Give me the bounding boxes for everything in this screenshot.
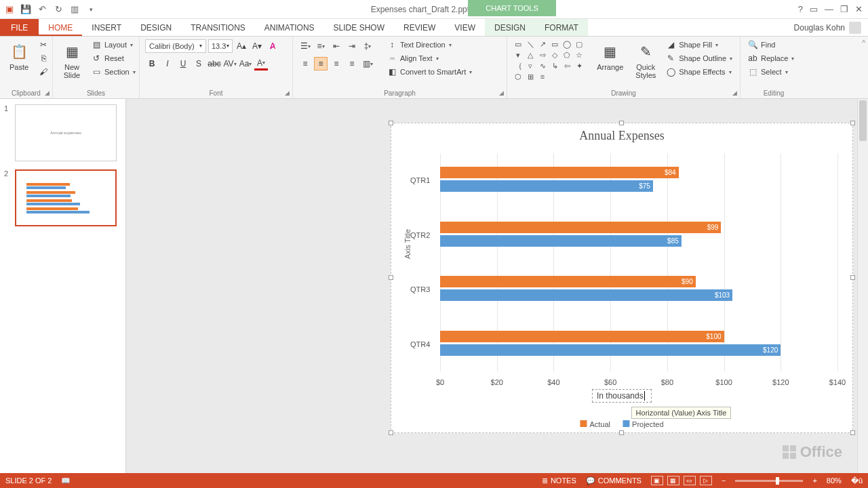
horizontal-axis-title-editing[interactable]: In thousands (592, 389, 652, 403)
shape-hex-icon[interactable]: ⬡ (513, 72, 524, 81)
paragraph-dialog-launcher[interactable]: ◢ (497, 89, 505, 97)
cut-button[interactable]: ✂ (37, 39, 50, 50)
font-name-combo[interactable]: Calibri (Body)▾ (145, 39, 206, 53)
shape-rect-icon[interactable]: ▭ (549, 39, 560, 49)
tab-transitions[interactable]: TRANSITIONS (181, 19, 255, 36)
bullets-button[interactable]: ☰ (298, 39, 312, 53)
underline-button[interactable]: U (176, 57, 190, 70)
shape-expand-icon[interactable]: ≡ (537, 72, 548, 81)
legend-actual[interactable]: Actual (580, 420, 610, 428)
minimize-icon[interactable]: — (825, 4, 833, 14)
align-right-button[interactable]: ≡ (330, 57, 343, 70)
section-button[interactable]: ▭Section (90, 66, 138, 77)
shape-star-icon[interactable]: ✦ (574, 61, 585, 70)
line-spacing-button[interactable]: ‡ (361, 39, 374, 53)
normal-view-icon[interactable]: ▣ (651, 476, 663, 485)
shrink-font-button[interactable]: A▾ (250, 39, 264, 53)
strikethrough-button[interactable]: abc (208, 57, 221, 70)
font-dialog-launcher[interactable]: ◢ (283, 89, 291, 97)
shape-pentagon-icon[interactable]: ⬠ (561, 50, 572, 60)
bar-actual-qtr4[interactable]: $100 (440, 331, 724, 342)
shape-connector-icon[interactable]: ↳ (549, 61, 560, 70)
zoom-level[interactable]: 80% (827, 476, 842, 485)
chart-object[interactable]: Annual Expenses Axis Title $0$20$40$60$8… (391, 123, 853, 433)
start-from-beginning-icon[interactable]: ▥ (69, 4, 80, 15)
replace-button[interactable]: abReplace (746, 53, 802, 64)
bar-actual-qtr2[interactable]: $99 (440, 222, 721, 233)
chart-title[interactable]: Annual Expenses (391, 123, 852, 143)
qat-customize-icon[interactable]: ▾ (85, 4, 96, 15)
align-left-button[interactable]: ≡ (298, 57, 312, 70)
clear-formatting-button[interactable]: A̷ (266, 39, 279, 53)
tab-file[interactable]: FILE (0, 19, 39, 36)
shape-triangle-icon[interactable]: △ (525, 50, 536, 60)
new-slide-button[interactable]: ▦ New Slide (58, 39, 85, 82)
vertical-scrollbar[interactable] (857, 99, 868, 473)
shapes-gallery[interactable]: ▭＼↗▭◯▢▾ △⇨◇⬠☆｛▿ ∿↳⇦✦⬡⊞≡ (513, 39, 589, 81)
grow-font-button[interactable]: A▴ (235, 39, 248, 53)
columns-button[interactable]: ▥ (361, 57, 374, 70)
find-button[interactable]: 🔍Find (746, 39, 802, 50)
reset-button[interactable]: ↺Reset (90, 53, 138, 64)
sorter-view-icon[interactable]: ▦ (667, 476, 679, 485)
zoom-slider[interactable] (735, 480, 803, 482)
align-text-button[interactable]: ⎓Align Text (385, 53, 474, 64)
shape-fill-button[interactable]: ◢Shape Fill (664, 39, 734, 50)
paste-button[interactable]: 📋 Paste (5, 39, 33, 74)
slide-thumbnail-1[interactable]: Annual expenses (15, 104, 117, 161)
shape-nav-icon[interactable]: ▿ (525, 61, 536, 70)
slideshow-view-icon[interactable]: ▷ (700, 476, 712, 485)
numbering-button[interactable]: ≡ (314, 39, 328, 53)
tab-slideshow[interactable]: SLIDE SHOW (324, 19, 394, 36)
redo-icon[interactable]: ↻ (53, 4, 64, 15)
shape-oval-icon[interactable]: ◯ (561, 39, 572, 49)
italic-button[interactable]: I (161, 57, 174, 70)
notes-button[interactable]: ≣ NOTES (542, 476, 576, 485)
shape-outline-button[interactable]: ✎Shape Outline (664, 53, 734, 64)
shape-rarrow-icon[interactable]: ⇨ (537, 50, 548, 60)
tab-animations[interactable]: ANIMATIONS (255, 19, 324, 36)
slide-editor[interactable]: Annual Expenses Axis Title $0$20$40$60$8… (126, 99, 857, 473)
convert-smartart-button[interactable]: ◧Convert to SmartArt (385, 66, 474, 77)
font-size-combo[interactable]: 13.3▾ (208, 39, 233, 53)
tab-chart-format[interactable]: FORMAT (535, 19, 588, 36)
change-case-button[interactable]: Aa (239, 57, 252, 70)
bar-actual-qtr1[interactable]: $84 (440, 167, 679, 178)
spellcheck-icon[interactable]: 📖 (61, 476, 71, 485)
shape-roundrect-icon[interactable]: ▢ (574, 39, 585, 49)
tab-view[interactable]: VIEW (445, 19, 485, 36)
justify-button[interactable]: ≡ (345, 57, 359, 70)
align-center-button[interactable]: ≡ (314, 57, 328, 70)
close-icon[interactable]: ✕ (855, 4, 863, 14)
shape-brace-icon[interactable]: ｛ (513, 61, 524, 70)
comments-button[interactable]: 💬 COMMENTS (586, 476, 642, 485)
tab-chart-design[interactable]: DESIGN (485, 19, 535, 36)
tab-insert[interactable]: INSERT (82, 19, 131, 36)
restore-icon[interactable]: ❐ (840, 4, 848, 14)
help-icon[interactable]: ? (798, 4, 803, 14)
char-spacing-button[interactable]: AV (223, 57, 237, 70)
bold-button[interactable]: B (145, 57, 159, 70)
fit-to-window-icon[interactable]: �û (851, 476, 863, 485)
decrease-indent-button[interactable]: ⇤ (330, 39, 343, 53)
chart-legend[interactable]: Actual Projected (580, 420, 663, 428)
text-direction-button[interactable]: ↕Text Direction (385, 39, 474, 50)
shape-more-icon[interactable]: ▾ (513, 50, 524, 60)
bar-projected-qtr4[interactable]: $120 (440, 344, 781, 356)
quick-styles-button[interactable]: ✎Quick Styles (631, 39, 660, 82)
shape-curve-icon[interactable]: ∿ (537, 61, 548, 70)
collapse-ribbon-icon[interactable]: ^ (862, 39, 865, 47)
shape-misc-icon[interactable]: ⊞ (525, 72, 536, 81)
reading-view-icon[interactable]: ▭ (684, 476, 696, 485)
increase-indent-button[interactable]: ⇥ (345, 39, 359, 53)
ribbon-display-options-icon[interactable]: ▭ (810, 4, 818, 14)
shape-textbox-icon[interactable]: ▭ (513, 39, 524, 49)
signed-in-user[interactable]: Douglas Kohn (787, 19, 868, 36)
text-shadow-button[interactable]: S (192, 57, 205, 70)
shape-callout-icon[interactable]: ☆ (574, 50, 585, 60)
clipboard-dialog-launcher[interactable]: ◢ (43, 89, 51, 97)
bar-actual-qtr3[interactable]: $90 (440, 276, 696, 287)
format-painter-button[interactable]: 🖌 (37, 66, 50, 77)
tab-home[interactable]: HOME (39, 19, 82, 36)
save-icon[interactable]: 💾 (20, 4, 31, 15)
